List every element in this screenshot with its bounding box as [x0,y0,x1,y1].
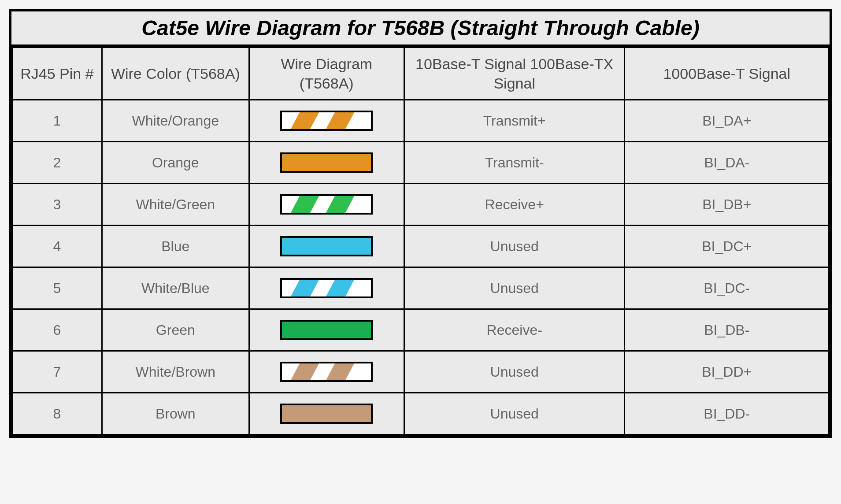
cell-wire-diagram [249,267,404,309]
cell-signal-1000: BI_DB- [625,309,829,351]
cell-pin: 4 [12,226,102,267]
cell-signal-10-100: Unused [404,267,625,309]
wire-swatch-icon [280,152,373,173]
table-row: 7White/BrownUnusedBI_DD+ [12,351,829,393]
table-row: 5White/BlueUnusedBI_DC- [12,267,829,309]
cell-signal-10-100: Unused [404,351,625,393]
table-row: 8BrownUnusedBI_DD- [12,393,829,435]
cell-color-name: White/Orange [102,100,249,142]
cell-pin: 2 [12,142,102,184]
cell-signal-1000: BI_DC- [625,267,829,309]
table-row: 1White/OrangeTransmit+BI_DA+ [12,100,829,142]
cell-pin: 1 [12,100,102,142]
wire-swatch-icon [280,320,373,340]
stripe-icon [289,194,322,215]
cell-signal-10-100: Transmit+ [404,100,625,142]
table-body: 1White/OrangeTransmit+BI_DA+2OrangeTrans… [12,100,829,435]
cell-pin: 8 [12,393,102,435]
cell-signal-1000: BI_DA- [625,142,829,184]
cell-wire-diagram [249,393,404,435]
table-row: 3White/GreenReceive+BI_DB+ [12,184,829,226]
cell-signal-1000: BI_DC+ [625,226,829,267]
wire-swatch-icon [280,278,373,298]
cell-signal-1000: BI_DD+ [625,351,829,393]
cell-wire-diagram [249,226,404,267]
diagram-container: Cat5e Wire Diagram for T568B (Straight T… [9,9,832,438]
wire-table: RJ45 Pin # Wire Color (T568A) Wire Diagr… [11,47,830,435]
cell-color-name: Blue [102,226,249,267]
cell-color-name: Orange [102,142,249,184]
cell-color-name: White/Brown [102,351,249,393]
cell-wire-diagram [249,184,404,226]
cell-signal-1000: BI_DD- [625,393,829,435]
header-pin: RJ45 Pin # [12,48,102,100]
cell-pin: 7 [12,351,102,393]
wire-swatch-icon [280,194,373,215]
wire-swatch-icon [280,404,373,424]
cell-signal-10-100: Receive- [404,309,625,351]
cell-signal-1000: BI_DB+ [625,184,829,226]
cell-color-name: Green [102,309,249,351]
cell-signal-10-100: Receive+ [404,184,625,226]
table-row: 4BlueUnusedBI_DC+ [12,226,829,267]
cell-signal-10-100: Unused [404,226,625,267]
stripe-icon [324,111,357,131]
wire-swatch-icon [280,111,373,131]
cell-signal-1000: BI_DA+ [625,100,829,142]
header-signal1000: 1000Base-T Signal [625,48,829,100]
diagram-title: Cat5e Wire Diagram for T568B (Straight T… [11,11,830,47]
cell-wire-diagram [249,309,404,351]
stripe-icon [289,362,322,382]
cell-color-name: White/Blue [102,267,249,309]
header-diagram: Wire Diagram (T568A) [249,48,404,100]
cell-signal-10-100: Transmit- [404,142,625,184]
header-color: Wire Color (T568A) [102,48,249,100]
cell-wire-diagram [249,142,404,184]
stripe-icon [289,278,322,298]
header-signal10: 10Base-T Signal 100Base-TX Signal [404,48,625,100]
cell-pin: 6 [12,309,102,351]
cell-wire-diagram [249,351,404,393]
table-row: 6GreenReceive-BI_DB- [12,309,829,351]
stripe-icon [324,278,357,298]
stripe-icon [324,362,357,382]
stripe-icon [289,111,322,131]
table-header: RJ45 Pin # Wire Color (T568A) Wire Diagr… [12,48,829,100]
cell-signal-10-100: Unused [404,393,625,435]
table-row: 2OrangeTransmit-BI_DA- [12,142,829,184]
cell-color-name: Brown [102,393,249,435]
wire-swatch-icon [280,236,373,256]
wire-swatch-icon [280,362,373,382]
cell-pin: 3 [12,184,102,226]
header-row: RJ45 Pin # Wire Color (T568A) Wire Diagr… [12,48,829,100]
cell-pin: 5 [12,267,102,309]
cell-color-name: White/Green [102,184,249,226]
cell-wire-diagram [249,100,404,142]
stripe-icon [324,194,357,215]
